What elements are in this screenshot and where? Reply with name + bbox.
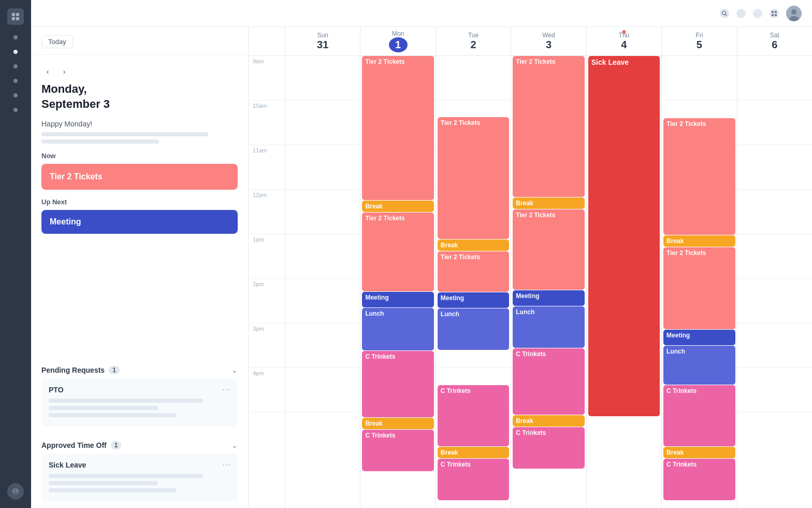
nav-arrows: ‹ › xyxy=(41,65,238,78)
pending-skeleton-1 xyxy=(49,399,203,403)
search-icon[interactable] xyxy=(720,9,729,18)
day-name-sat: Sat xyxy=(770,32,779,39)
day-number-tue: 2 xyxy=(470,39,476,51)
thu-event-sick-leave[interactable]: Sick Leave xyxy=(588,56,660,416)
approved-skeleton-1 xyxy=(49,474,203,478)
approved-time-off-item: Sick Leave ⋯ xyxy=(41,454,238,502)
sun-hour-7 xyxy=(285,368,360,413)
sidebar-dot-4[interactable] xyxy=(13,79,18,83)
sun-hour-3 xyxy=(285,190,360,234)
mon-event-break-1[interactable]: Break xyxy=(362,201,433,212)
pending-requests-title: Pending Requests 1 xyxy=(41,366,120,374)
upnext-event-card[interactable]: Meeting xyxy=(41,210,238,234)
help-icon[interactable] xyxy=(753,9,762,18)
tue-event-ctrinkets-1[interactable]: C Trinkets xyxy=(438,385,509,446)
sidebar-dot-1[interactable] xyxy=(13,35,18,39)
wed-event-break-1[interactable]: Break xyxy=(513,197,584,209)
wed-event-break-2[interactable]: Break xyxy=(513,415,584,427)
now-event-card[interactable]: Tier 2 Tickets xyxy=(41,164,238,190)
day-number-thu: 4 xyxy=(621,39,627,51)
mon-event-lunch[interactable]: Lunch xyxy=(362,308,433,350)
approved-time-off-section-header[interactable]: Approved Time Off 1 ⌄ xyxy=(31,433,248,454)
tue-event-lunch[interactable]: Lunch xyxy=(438,308,509,350)
pending-request-menu-button[interactable]: ⋯ xyxy=(222,385,230,394)
approved-time-off-chevron-icon: ⌄ xyxy=(231,441,238,449)
sidebar-dot-5[interactable] xyxy=(13,93,18,97)
wed-event-tier2-1[interactable]: Tier 2 Tickets xyxy=(513,56,584,197)
day-header-fri[interactable]: Fri 5 xyxy=(661,27,736,55)
day-header-tue[interactable]: Tue 2 xyxy=(436,27,511,55)
pending-requests-badge: 1 xyxy=(109,366,120,374)
fri-event-lunch[interactable]: Lunch xyxy=(663,346,735,385)
sun-hour-5 xyxy=(285,279,360,323)
wed-event-ctrinkets-1[interactable]: C Trinkets xyxy=(513,348,584,415)
mon-event-break-2[interactable]: Break xyxy=(362,418,433,429)
wed-event-meeting[interactable]: Meeting xyxy=(513,290,584,306)
calendar-area: Sun 31 Mon 1 Tue 2 Wed 3 Thu xyxy=(249,27,812,508)
day-number-sat: 6 xyxy=(772,39,777,51)
time-slot-11am: 11am xyxy=(249,145,285,190)
skeleton-1 xyxy=(41,132,208,136)
approved-time-off-menu-button[interactable]: ⋯ xyxy=(222,460,230,470)
approved-time-off-badge: 1 xyxy=(111,441,122,449)
sat-hour-7 xyxy=(737,368,812,413)
sun-hour-4 xyxy=(285,234,360,279)
tue-event-break-2[interactable]: Break xyxy=(438,447,509,458)
fri-event-tier2-2[interactable]: Tier 2 Tickets xyxy=(663,247,735,329)
svg-line-5 xyxy=(726,14,727,16)
mon-event-tier2-1[interactable]: Tier 2 Tickets xyxy=(362,56,433,200)
fri-event-meeting[interactable]: Meeting xyxy=(663,330,735,345)
svg-rect-3 xyxy=(16,17,19,20)
prev-arrow-button[interactable]: ‹ xyxy=(41,65,54,78)
day-header-thu[interactable]: Thu 4 xyxy=(586,27,661,55)
wed-event-lunch[interactable]: Lunch xyxy=(513,306,584,348)
topbar xyxy=(31,0,812,27)
sat-hour-0 xyxy=(737,56,812,101)
fri-event-tier2-1[interactable]: Tier 2 Tickets xyxy=(663,118,735,235)
tue-event-tier2-2[interactable]: Tier 2 Tickets xyxy=(438,251,509,292)
tue-event-ctrinkets-2[interactable]: C Trinkets xyxy=(438,459,509,500)
sun-hour-1 xyxy=(285,101,360,145)
time-slot-4pm: 4pm xyxy=(249,368,285,413)
app-logo[interactable] xyxy=(7,8,24,25)
tue-event-meeting[interactable]: Meeting xyxy=(438,292,509,308)
left-panel: Today ‹ › Monday, September 3 Happy Mond… xyxy=(31,27,249,508)
sat-hour-5 xyxy=(737,279,812,323)
fri-event-ctrinkets-1[interactable]: C Trinkets xyxy=(663,385,735,446)
mon-event-ctrinkets-2[interactable]: C Trinkets xyxy=(362,430,433,471)
wed-event-ctrinkets-2[interactable]: C Trinkets xyxy=(513,427,584,469)
today-button[interactable]: Today xyxy=(41,35,73,48)
sidebar-dot-6[interactable] xyxy=(13,108,18,112)
wed-event-tier2-2[interactable]: Tier 2 Tickets xyxy=(513,209,584,290)
sidebar-dot-3[interactable] xyxy=(13,64,18,68)
mon-event-tier2-2[interactable]: Tier 2 Tickets xyxy=(362,213,433,291)
zendesk-icon[interactable] xyxy=(7,483,24,500)
fri-event-break-1[interactable]: Break xyxy=(663,235,735,247)
time-slot-2pm: 2pm xyxy=(249,279,285,323)
tue-event-tier2-1[interactable]: Tier 2 Tickets xyxy=(438,117,509,239)
fri-event-break-2[interactable]: Break xyxy=(663,447,735,458)
mon-event-meeting[interactable]: Meeting xyxy=(362,292,433,307)
fri-event-ctrinkets-2[interactable]: C Trinkets xyxy=(663,459,735,500)
mon-event-ctrinkets-1[interactable]: C Trinkets xyxy=(362,351,433,417)
pending-requests-section-header[interactable]: Pending Requests 1 ⌄ xyxy=(31,358,248,378)
day-header-mon[interactable]: Mon 1 xyxy=(360,27,435,55)
next-arrow-button[interactable]: › xyxy=(58,65,70,78)
notification-icon[interactable] xyxy=(736,9,746,18)
sidebar-dot-2[interactable] xyxy=(13,50,18,54)
day-name-mon: Mon xyxy=(392,30,404,37)
approved-time-off-title: Approved Time Off 1 xyxy=(41,441,121,449)
day-header-wed[interactable]: Wed 3 xyxy=(511,27,586,55)
user-avatar[interactable] xyxy=(786,6,802,21)
now-label: Now xyxy=(41,152,238,160)
day-column-wed: Tier 2 Tickets Break Tier 2 Tickets Meet… xyxy=(511,56,586,508)
apps-icon[interactable] xyxy=(770,9,779,18)
sat-hour-4 xyxy=(737,234,812,279)
day-column-thu: Sick Leave xyxy=(586,56,661,508)
day-header-sun[interactable]: Sun 31 xyxy=(285,27,360,55)
topbar-icons xyxy=(720,6,802,21)
day-header-sat[interactable]: Sat 6 xyxy=(737,27,812,55)
tue-event-break-1[interactable]: Break xyxy=(438,239,509,251)
approved-skeleton-3 xyxy=(49,488,176,492)
time-gutter: 9am 10am 11am 12pm 1pm 2pm 3pm 4pm xyxy=(249,56,285,508)
